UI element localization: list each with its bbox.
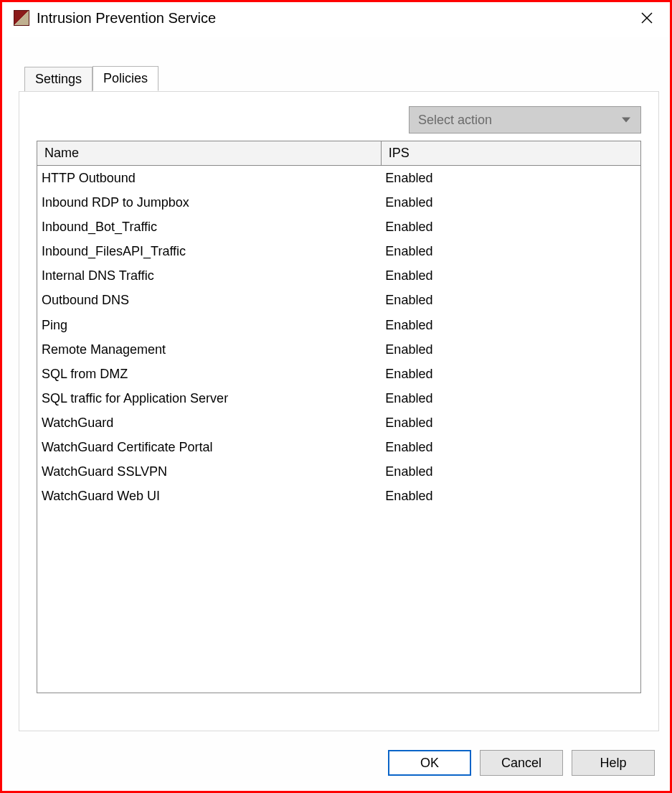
policy-table: Name IPS HTTP OutboundEnabledInbound RDP… — [37, 141, 640, 508]
select-action-label: Select action — [418, 113, 492, 128]
cell-name: Outbound DNS — [37, 288, 381, 312]
dialog-window: Intrusion Prevention Service Settings Po… — [0, 0, 672, 793]
policy-table-container: Name IPS HTTP OutboundEnabledInbound RDP… — [37, 141, 641, 693]
cell-ips: Enabled — [381, 484, 640, 508]
cell-name: Remote Management — [37, 337, 381, 362]
tab-policies[interactable]: Policies — [93, 66, 158, 91]
cell-ips: Enabled — [381, 459, 640, 484]
cell-name: SQL traffic for Application Server — [37, 386, 381, 410]
cell-ips: Enabled — [381, 313, 640, 337]
cell-name: HTTP Outbound — [37, 166, 381, 191]
cell-name: Inbound_Bot_Traffic — [37, 215, 381, 239]
table-row[interactable]: SQL from DMZEnabled — [37, 362, 640, 386]
table-row[interactable]: Inbound_FilesAPI_TrafficEnabled — [37, 239, 640, 263]
table-row[interactable]: Inbound RDP to JumpboxEnabled — [37, 190, 640, 215]
tab-panel-policies: Select action Name IPS HTTP OutboundEnab… — [19, 91, 659, 731]
help-button[interactable]: Help — [572, 750, 655, 776]
table-row[interactable]: Remote ManagementEnabled — [37, 337, 640, 362]
table-row[interactable]: Internal DNS TrafficEnabled — [37, 263, 640, 288]
tab-settings[interactable]: Settings — [24, 67, 93, 91]
table-row[interactable]: WatchGuard Certificate PortalEnabled — [37, 435, 640, 459]
ok-button[interactable]: OK — [388, 750, 471, 776]
cell-name: WatchGuard Web UI — [37, 484, 381, 508]
cell-name: Internal DNS Traffic — [37, 263, 381, 288]
table-row[interactable]: PingEnabled — [37, 313, 640, 337]
cell-ips: Enabled — [381, 435, 640, 459]
dialog-button-row: OK Cancel Help — [388, 750, 655, 776]
close-icon — [640, 11, 653, 24]
table-row[interactable]: HTTP OutboundEnabled — [37, 166, 640, 191]
cell-name: WatchGuard SSLVPN — [37, 459, 381, 484]
table-row[interactable]: Inbound_Bot_TrafficEnabled — [37, 215, 640, 239]
table-row[interactable]: WatchGuard Web UIEnabled — [37, 484, 640, 508]
window-title: Intrusion Prevention Service — [37, 10, 216, 27]
dialog-body: Settings Policies Select action Name IPS — [4, 37, 668, 789]
table-row[interactable]: Outbound DNSEnabled — [37, 288, 640, 312]
title-bar: Intrusion Prevention Service — [2, 2, 670, 34]
table-row[interactable]: WatchGuardEnabled — [37, 410, 640, 435]
table-row[interactable]: SQL traffic for Application ServerEnable… — [37, 386, 640, 410]
cell-name: Inbound RDP to Jumpbox — [37, 190, 381, 215]
cell-ips: Enabled — [381, 386, 640, 410]
app-icon — [14, 10, 29, 26]
cell-name: Inbound_FilesAPI_Traffic — [37, 239, 381, 263]
cell-ips: Enabled — [381, 362, 640, 386]
cancel-button[interactable]: Cancel — [480, 750, 563, 776]
cell-ips: Enabled — [381, 215, 640, 239]
cell-ips: Enabled — [381, 239, 640, 263]
cell-ips: Enabled — [381, 410, 640, 435]
select-action-dropdown[interactable]: Select action — [409, 106, 641, 133]
column-header-ips[interactable]: IPS — [381, 141, 640, 166]
cell-name: Ping — [37, 313, 381, 337]
cell-ips: Enabled — [381, 337, 640, 362]
chevron-down-icon — [622, 118, 630, 123]
table-row[interactable]: WatchGuard SSLVPNEnabled — [37, 459, 640, 484]
cell-ips: Enabled — [381, 166, 640, 191]
action-row: Select action — [37, 106, 641, 133]
cell-name: WatchGuard — [37, 410, 381, 435]
cell-name: SQL from DMZ — [37, 362, 381, 386]
column-header-name[interactable]: Name — [37, 141, 381, 166]
close-button[interactable] — [633, 4, 661, 32]
tab-strip: Settings Policies — [24, 65, 158, 90]
cell-ips: Enabled — [381, 288, 640, 312]
cell-ips: Enabled — [381, 190, 640, 215]
cell-ips: Enabled — [381, 263, 640, 288]
cell-name: WatchGuard Certificate Portal — [37, 435, 381, 459]
